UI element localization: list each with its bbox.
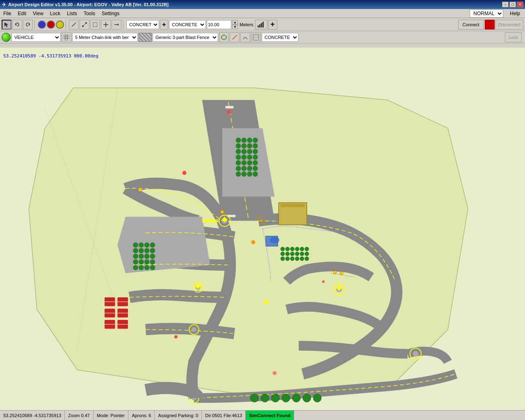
- canvas-area[interactable]: [0, 48, 525, 410]
- svg-rect-121: [281, 204, 305, 207]
- maximize-button[interactable]: □: [509, 2, 516, 7]
- separator-1: [34, 20, 36, 30]
- svg-point-51: [236, 160, 241, 165]
- add-material-button[interactable]: +: [160, 20, 168, 30]
- svg-point-148: [138, 188, 142, 192]
- svg-line-4: [83, 23, 86, 26]
- color-blue[interactable]: [38, 21, 46, 29]
- svg-point-44: [242, 149, 247, 154]
- svg-marker-31: [117, 217, 210, 274]
- window-title: Airport Design Editor v1.35.00 - Airport…: [8, 2, 502, 7]
- curve-button[interactable]: [240, 32, 250, 42]
- status-zoom: Zoom 0.47: [65, 411, 94, 420]
- polygon-button[interactable]: [219, 32, 229, 42]
- connect-button[interactable]: Connect: [458, 20, 484, 30]
- menu-edit[interactable]: Edit: [14, 9, 30, 18]
- measure-unit-label: Meters: [240, 22, 253, 27]
- minimize-button[interactable]: −: [502, 2, 509, 7]
- svg-point-45: [247, 149, 252, 154]
- line-button[interactable]: [230, 32, 240, 42]
- chainlink-dropdown[interactable]: 5 Meter Chain-link with ber: [72, 33, 138, 42]
- material-dropdown[interactable]: CONCRETE: [126, 20, 159, 29]
- mode-selector[interactable]: NORMAL: [470, 9, 503, 18]
- concrete-dropdown[interactable]: CONCRETE: [262, 33, 299, 42]
- svg-point-103: [272, 394, 280, 402]
- select-region-button[interactable]: [90, 20, 100, 30]
- fence-type-dropdown[interactable]: Generic 3-part Blast Fence: [153, 33, 218, 42]
- svg-point-66: [133, 248, 138, 253]
- menu-settings[interactable]: Settings: [98, 9, 123, 18]
- svg-rect-20: [253, 34, 259, 40]
- status-dir-file: Dir:0501 File:4613: [202, 411, 246, 420]
- svg-rect-12: [261, 23, 262, 27]
- svg-point-80: [150, 254, 155, 259]
- svg-point-36: [242, 138, 247, 143]
- svg-point-129: [192, 327, 196, 332]
- vehicle-status-indicator[interactable]: [2, 33, 11, 42]
- surface-type-dropdown[interactable]: CONCRETE: [169, 20, 206, 29]
- menu-lists[interactable]: Lists: [64, 9, 80, 18]
- svg-point-94: [305, 252, 309, 256]
- svg-point-82: [150, 265, 155, 270]
- svg-rect-10: [258, 25, 259, 27]
- svg-point-35: [236, 138, 241, 143]
- split-tool-button[interactable]: [101, 20, 111, 30]
- svg-point-38: [253, 138, 258, 143]
- close-button[interactable]: ✕: [517, 2, 523, 7]
- status-parking: Assigned Parking: 0: [155, 411, 202, 420]
- svg-point-87: [300, 247, 304, 251]
- color-yellow[interactable]: [56, 21, 64, 29]
- svg-point-46: [253, 149, 258, 154]
- svg-point-102: [261, 394, 269, 402]
- svg-point-72: [133, 260, 138, 265]
- menu-tools[interactable]: Tools: [80, 9, 98, 18]
- svg-point-89: [281, 252, 285, 256]
- svg-point-105: [292, 394, 301, 402]
- redo-button[interactable]: [23, 20, 33, 30]
- draw-pencil-button[interactable]: [69, 20, 79, 30]
- svg-point-106: [303, 394, 311, 402]
- svg-point-50: [253, 155, 258, 160]
- svg-point-74: [144, 260, 149, 265]
- draw-node-button[interactable]: [80, 20, 89, 30]
- svg-point-68: [144, 248, 149, 253]
- svg-point-99: [300, 257, 304, 261]
- menu-file[interactable]: File: [0, 9, 14, 18]
- add-button[interactable]: +: [268, 20, 277, 30]
- grid-button[interactable]: [62, 32, 71, 42]
- svg-point-69: [133, 254, 138, 259]
- svg-point-93: [300, 252, 304, 256]
- svg-point-100: [305, 257, 309, 261]
- surface-icon[interactable]: [251, 32, 261, 42]
- svg-point-61: [247, 172, 252, 177]
- measure-value-input[interactable]: [207, 20, 231, 29]
- lock-button[interactable]: Lock: [505, 32, 522, 42]
- disconnect-button[interactable]: Disconnect: [495, 20, 523, 30]
- svg-point-136: [183, 171, 187, 175]
- svg-point-53: [247, 160, 252, 165]
- color-red[interactable]: [47, 21, 55, 29]
- svg-point-55: [236, 166, 241, 171]
- svg-point-63: [133, 242, 138, 247]
- svg-point-39: [236, 144, 241, 148]
- extend-tool-button[interactable]: [112, 20, 121, 30]
- svg-point-107: [313, 394, 322, 402]
- svg-point-90: [285, 252, 290, 256]
- mode-dropdown[interactable]: NORMAL: [470, 9, 503, 18]
- app-icon: ✈: [2, 1, 7, 8]
- stats-button[interactable]: [255, 20, 267, 30]
- menu-view[interactable]: View: [30, 9, 47, 18]
- svg-point-138: [322, 281, 324, 283]
- measure-decrement-button[interactable]: ▼: [232, 25, 238, 29]
- undo-button[interactable]: [12, 20, 22, 30]
- vehicle-dropdown[interactable]: VEHICLE: [11, 33, 61, 42]
- help-menu[interactable]: Help: [507, 9, 523, 18]
- measure-increment-button[interactable]: ▲: [232, 20, 238, 25]
- svg-rect-11: [259, 24, 260, 27]
- menu-lock[interactable]: Lock: [47, 9, 64, 18]
- pointer-tool-button[interactable]: [2, 20, 11, 30]
- svg-point-88: [305, 247, 309, 251]
- svg-point-151: [340, 272, 343, 275]
- svg-point-73: [139, 260, 144, 265]
- svg-point-62: [253, 172, 258, 177]
